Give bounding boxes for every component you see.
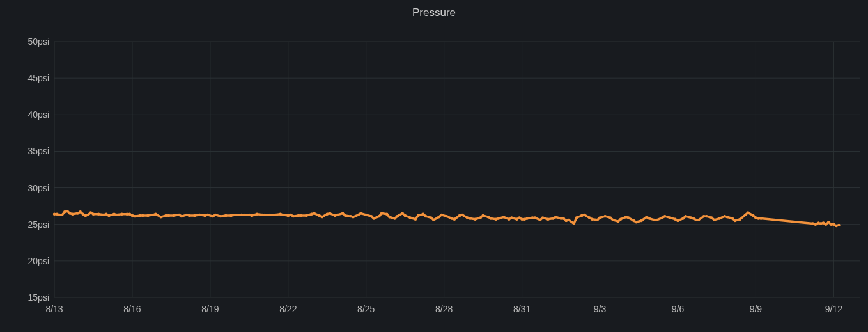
svg-point-126	[474, 218, 476, 221]
svg-point-106	[393, 217, 396, 219]
x-tick-label: 8/19	[201, 304, 219, 314]
svg-point-143	[539, 219, 541, 221]
svg-point-146	[552, 217, 554, 219]
svg-point-112	[417, 214, 419, 217]
svg-point-181	[690, 216, 692, 219]
y-tick-label: 50psi	[0, 36, 49, 47]
svg-point-119	[446, 215, 448, 217]
svg-point-129	[487, 216, 490, 218]
x-tick-label: 9/3	[594, 304, 606, 314]
svg-point-101	[373, 217, 375, 219]
svg-point-108	[401, 212, 403, 214]
svg-point-172	[653, 219, 656, 221]
svg-point-80	[290, 214, 292, 216]
x-tick-label: 9/6	[672, 304, 684, 314]
svg-point-175	[663, 215, 666, 217]
svg-point-82	[297, 214, 300, 217]
svg-point-52	[167, 214, 170, 217]
svg-point-89	[326, 213, 329, 216]
svg-point-165	[624, 216, 627, 218]
svg-point-116	[432, 219, 435, 221]
svg-point-125	[469, 217, 471, 219]
svg-point-140	[526, 217, 529, 219]
svg-point-87	[318, 214, 320, 217]
svg-point-150	[565, 219, 568, 222]
svg-point-75	[268, 214, 271, 216]
svg-point-187	[710, 216, 713, 219]
svg-point-200	[759, 217, 762, 219]
svg-point-189	[718, 217, 720, 219]
svg-point-152	[573, 222, 575, 225]
svg-point-99	[365, 214, 368, 216]
svg-point-190	[723, 215, 725, 217]
svg-point-56	[185, 214, 188, 216]
svg-point-92	[336, 214, 339, 216]
svg-point-148	[559, 217, 562, 219]
svg-point-96	[352, 216, 354, 218]
svg-point-88	[320, 216, 323, 218]
svg-point-40	[120, 213, 123, 216]
x-tick-label: 8/22	[279, 304, 297, 314]
svg-point-208	[830, 223, 832, 226]
svg-point-149	[562, 217, 564, 219]
svg-point-30	[84, 214, 87, 217]
chart-plot-area[interactable]	[0, 0, 868, 332]
svg-point-163	[617, 220, 619, 223]
svg-point-33	[92, 213, 95, 216]
svg-point-102	[378, 215, 380, 217]
svg-point-155	[583, 214, 585, 216]
y-tick-label: 20psi	[0, 256, 49, 266]
svg-point-100	[370, 215, 373, 217]
svg-point-204	[819, 222, 822, 225]
svg-point-145	[546, 218, 549, 221]
svg-point-199	[757, 217, 759, 219]
svg-point-34	[97, 213, 100, 216]
svg-point-135	[510, 216, 513, 219]
svg-point-211	[837, 224, 840, 226]
svg-point-201	[812, 222, 814, 225]
svg-point-60	[204, 214, 206, 217]
y-tick-label: 15psi	[0, 292, 49, 303]
x-tick-label: 8/31	[513, 304, 531, 314]
svg-point-176	[669, 216, 671, 219]
svg-point-69	[243, 214, 245, 216]
svg-point-130	[490, 217, 492, 219]
svg-point-51	[165, 214, 167, 217]
svg-point-42	[128, 213, 131, 216]
svg-point-205	[822, 221, 825, 224]
svg-point-185	[702, 215, 705, 217]
svg-point-134	[508, 218, 510, 221]
svg-point-122	[458, 214, 461, 217]
svg-point-63	[214, 214, 217, 216]
svg-point-162	[612, 219, 614, 221]
svg-point-64	[219, 215, 222, 217]
x-tick-label: 8/28	[435, 304, 453, 314]
svg-point-55	[180, 215, 183, 217]
svg-point-84	[305, 214, 307, 217]
svg-point-109	[404, 214, 407, 217]
svg-point-117	[437, 216, 440, 218]
svg-point-31	[87, 214, 89, 216]
svg-point-186	[705, 215, 708, 217]
svg-point-167	[632, 219, 635, 222]
svg-point-138	[520, 218, 523, 221]
svg-point-83	[300, 214, 302, 217]
svg-point-198	[754, 216, 757, 219]
svg-point-202	[814, 223, 817, 226]
svg-point-61	[206, 214, 209, 216]
svg-point-124	[466, 216, 469, 219]
svg-point-45	[139, 214, 141, 217]
svg-point-160	[603, 215, 606, 217]
x-tick-label: 8/25	[357, 304, 375, 314]
svg-point-114	[424, 215, 427, 217]
svg-point-174	[661, 216, 663, 219]
svg-point-54	[178, 214, 180, 216]
svg-point-49	[154, 213, 157, 216]
svg-point-168	[635, 221, 637, 223]
svg-point-103	[380, 212, 383, 214]
svg-point-57	[188, 214, 190, 217]
svg-point-19	[53, 213, 56, 216]
svg-point-44	[134, 215, 136, 217]
svg-point-147	[554, 216, 557, 218]
x-tick-label: 9/12	[825, 304, 842, 314]
